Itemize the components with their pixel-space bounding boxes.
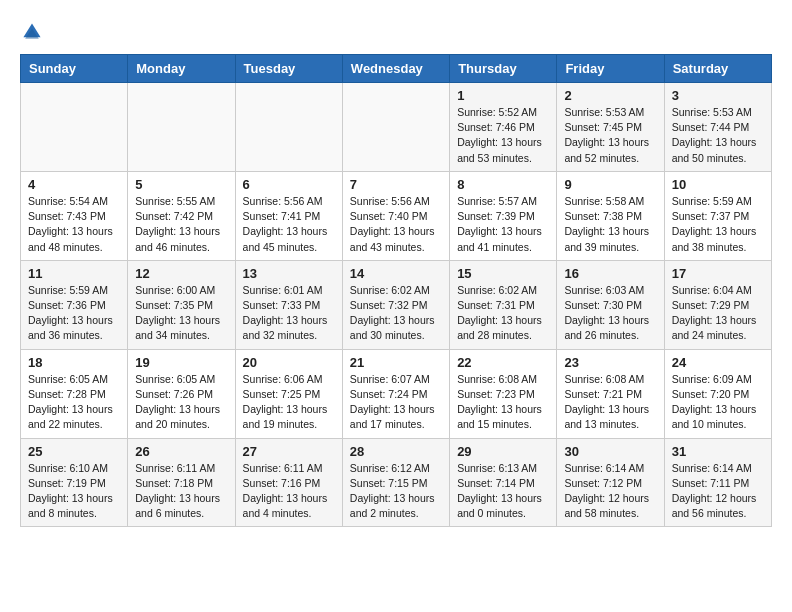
calendar-cell: 26Sunrise: 6:11 AM Sunset: 7:18 PM Dayli… [128,438,235,527]
day-info: Sunrise: 5:59 AM Sunset: 7:36 PM Dayligh… [28,283,120,344]
day-info: Sunrise: 6:14 AM Sunset: 7:11 PM Dayligh… [672,461,764,522]
calendar-cell: 24Sunrise: 6:09 AM Sunset: 7:20 PM Dayli… [664,349,771,438]
day-info: Sunrise: 6:05 AM Sunset: 7:26 PM Dayligh… [135,372,227,433]
logo [20,20,46,44]
day-number: 11 [28,266,120,281]
logo-icon [20,20,44,44]
calendar-cell: 1Sunrise: 5:52 AM Sunset: 7:46 PM Daylig… [450,83,557,172]
day-number: 16 [564,266,656,281]
calendar-cell: 13Sunrise: 6:01 AM Sunset: 7:33 PM Dayli… [235,260,342,349]
day-number: 18 [28,355,120,370]
day-number: 28 [350,444,442,459]
day-info: Sunrise: 6:06 AM Sunset: 7:25 PM Dayligh… [243,372,335,433]
calendar-cell: 12Sunrise: 6:00 AM Sunset: 7:35 PM Dayli… [128,260,235,349]
day-info: Sunrise: 5:52 AM Sunset: 7:46 PM Dayligh… [457,105,549,166]
day-info: Sunrise: 6:07 AM Sunset: 7:24 PM Dayligh… [350,372,442,433]
day-number: 26 [135,444,227,459]
day-info: Sunrise: 6:08 AM Sunset: 7:21 PM Dayligh… [564,372,656,433]
calendar-cell [21,83,128,172]
day-info: Sunrise: 6:11 AM Sunset: 7:18 PM Dayligh… [135,461,227,522]
day-number: 8 [457,177,549,192]
day-number: 23 [564,355,656,370]
day-number: 7 [350,177,442,192]
day-info: Sunrise: 5:53 AM Sunset: 7:45 PM Dayligh… [564,105,656,166]
day-info: Sunrise: 6:01 AM Sunset: 7:33 PM Dayligh… [243,283,335,344]
day-number: 21 [350,355,442,370]
day-info: Sunrise: 6:08 AM Sunset: 7:23 PM Dayligh… [457,372,549,433]
day-info: Sunrise: 6:03 AM Sunset: 7:30 PM Dayligh… [564,283,656,344]
day-info: Sunrise: 5:59 AM Sunset: 7:37 PM Dayligh… [672,194,764,255]
days-of-week-row: SundayMondayTuesdayWednesdayThursdayFrid… [21,55,772,83]
day-info: Sunrise: 5:55 AM Sunset: 7:42 PM Dayligh… [135,194,227,255]
day-info: Sunrise: 6:00 AM Sunset: 7:35 PM Dayligh… [135,283,227,344]
calendar-cell: 30Sunrise: 6:14 AM Sunset: 7:12 PM Dayli… [557,438,664,527]
day-info: Sunrise: 5:54 AM Sunset: 7:43 PM Dayligh… [28,194,120,255]
calendar-cell: 10Sunrise: 5:59 AM Sunset: 7:37 PM Dayli… [664,171,771,260]
calendar-cell: 19Sunrise: 6:05 AM Sunset: 7:26 PM Dayli… [128,349,235,438]
calendar-cell: 5Sunrise: 5:55 AM Sunset: 7:42 PM Daylig… [128,171,235,260]
day-number: 6 [243,177,335,192]
day-of-week-header: Sunday [21,55,128,83]
calendar-cell: 27Sunrise: 6:11 AM Sunset: 7:16 PM Dayli… [235,438,342,527]
day-of-week-header: Saturday [664,55,771,83]
day-of-week-header: Wednesday [342,55,449,83]
day-info: Sunrise: 6:09 AM Sunset: 7:20 PM Dayligh… [672,372,764,433]
calendar-cell: 29Sunrise: 6:13 AM Sunset: 7:14 PM Dayli… [450,438,557,527]
day-info: Sunrise: 5:56 AM Sunset: 7:41 PM Dayligh… [243,194,335,255]
day-info: Sunrise: 6:11 AM Sunset: 7:16 PM Dayligh… [243,461,335,522]
calendar-cell: 18Sunrise: 6:05 AM Sunset: 7:28 PM Dayli… [21,349,128,438]
calendar-cell: 15Sunrise: 6:02 AM Sunset: 7:31 PM Dayli… [450,260,557,349]
calendar-cell [235,83,342,172]
day-number: 12 [135,266,227,281]
header [20,20,772,44]
calendar-cell: 22Sunrise: 6:08 AM Sunset: 7:23 PM Dayli… [450,349,557,438]
calendar-week-row: 25Sunrise: 6:10 AM Sunset: 7:19 PM Dayli… [21,438,772,527]
calendar-cell [342,83,449,172]
day-info: Sunrise: 6:14 AM Sunset: 7:12 PM Dayligh… [564,461,656,522]
calendar-week-row: 1Sunrise: 5:52 AM Sunset: 7:46 PM Daylig… [21,83,772,172]
day-number: 22 [457,355,549,370]
calendar-table: SundayMondayTuesdayWednesdayThursdayFrid… [20,54,772,527]
day-number: 25 [28,444,120,459]
calendar-cell: 4Sunrise: 5:54 AM Sunset: 7:43 PM Daylig… [21,171,128,260]
day-number: 13 [243,266,335,281]
calendar-cell: 6Sunrise: 5:56 AM Sunset: 7:41 PM Daylig… [235,171,342,260]
day-info: Sunrise: 6:10 AM Sunset: 7:19 PM Dayligh… [28,461,120,522]
day-number: 14 [350,266,442,281]
day-info: Sunrise: 5:58 AM Sunset: 7:38 PM Dayligh… [564,194,656,255]
day-number: 2 [564,88,656,103]
day-info: Sunrise: 5:57 AM Sunset: 7:39 PM Dayligh… [457,194,549,255]
day-number: 29 [457,444,549,459]
day-info: Sunrise: 6:05 AM Sunset: 7:28 PM Dayligh… [28,372,120,433]
day-number: 1 [457,88,549,103]
calendar-cell: 23Sunrise: 6:08 AM Sunset: 7:21 PM Dayli… [557,349,664,438]
day-info: Sunrise: 6:13 AM Sunset: 7:14 PM Dayligh… [457,461,549,522]
day-info: Sunrise: 6:12 AM Sunset: 7:15 PM Dayligh… [350,461,442,522]
calendar-cell: 16Sunrise: 6:03 AM Sunset: 7:30 PM Dayli… [557,260,664,349]
day-of-week-header: Friday [557,55,664,83]
calendar-cell: 9Sunrise: 5:58 AM Sunset: 7:38 PM Daylig… [557,171,664,260]
calendar-body: 1Sunrise: 5:52 AM Sunset: 7:46 PM Daylig… [21,83,772,527]
day-number: 4 [28,177,120,192]
calendar-cell: 7Sunrise: 5:56 AM Sunset: 7:40 PM Daylig… [342,171,449,260]
day-number: 17 [672,266,764,281]
calendar-cell: 11Sunrise: 5:59 AM Sunset: 7:36 PM Dayli… [21,260,128,349]
day-info: Sunrise: 6:02 AM Sunset: 7:31 PM Dayligh… [457,283,549,344]
calendar-week-row: 4Sunrise: 5:54 AM Sunset: 7:43 PM Daylig… [21,171,772,260]
day-number: 9 [564,177,656,192]
day-number: 27 [243,444,335,459]
calendar-cell: 2Sunrise: 5:53 AM Sunset: 7:45 PM Daylig… [557,83,664,172]
day-number: 20 [243,355,335,370]
day-number: 24 [672,355,764,370]
day-number: 15 [457,266,549,281]
day-of-week-header: Monday [128,55,235,83]
calendar-cell: 14Sunrise: 6:02 AM Sunset: 7:32 PM Dayli… [342,260,449,349]
day-of-week-header: Thursday [450,55,557,83]
day-info: Sunrise: 5:53 AM Sunset: 7:44 PM Dayligh… [672,105,764,166]
day-number: 30 [564,444,656,459]
calendar-cell: 8Sunrise: 5:57 AM Sunset: 7:39 PM Daylig… [450,171,557,260]
calendar-cell: 21Sunrise: 6:07 AM Sunset: 7:24 PM Dayli… [342,349,449,438]
calendar-cell: 20Sunrise: 6:06 AM Sunset: 7:25 PM Dayli… [235,349,342,438]
calendar-cell [128,83,235,172]
day-number: 5 [135,177,227,192]
